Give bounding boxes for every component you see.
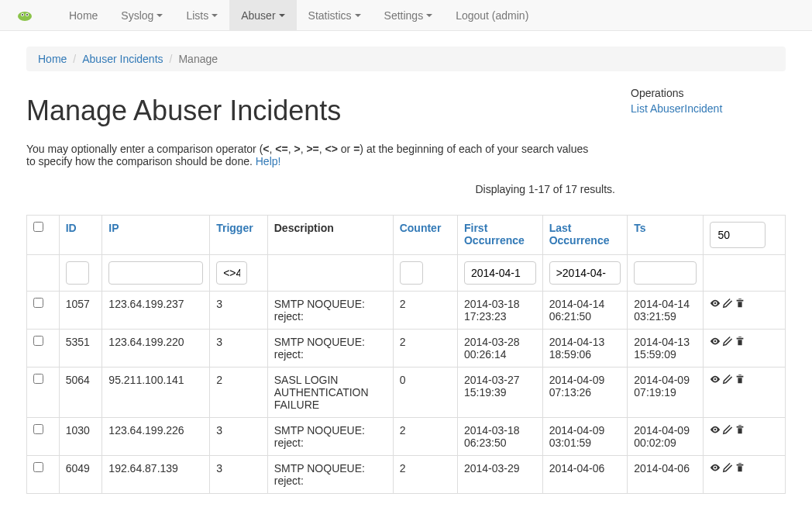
- delete-icon[interactable]: [735, 336, 745, 349]
- col-ts[interactable]: Ts: [634, 222, 645, 234]
- edit-icon[interactable]: [722, 336, 733, 349]
- edit-icon[interactable]: [722, 298, 733, 311]
- edit-icon[interactable]: [722, 374, 733, 387]
- view-icon[interactable]: [710, 462, 721, 475]
- breadcrumb-link[interactable]: Abuser Incidents: [82, 53, 163, 65]
- page-size-input[interactable]: [710, 222, 766, 248]
- navbar-nav: HomeSyslog Lists Abuser Statistics Setti…: [57, 0, 540, 30]
- row-checkbox[interactable]: [33, 424, 43, 434]
- cell-id: 5064: [59, 368, 102, 418]
- delete-icon[interactable]: [735, 298, 745, 311]
- col-last[interactable]: Last Occurrence: [549, 222, 610, 247]
- header-row: ID IP Trigger Description Counter First …: [27, 216, 786, 255]
- col-first[interactable]: First Occurrence: [464, 222, 525, 247]
- cell-first: 2014-03-18 06:23:50: [457, 418, 542, 456]
- help-link[interactable]: Help!: [256, 155, 281, 167]
- col-counter[interactable]: Counter: [400, 222, 442, 234]
- table-row: 6049192.64.87.1393SMTP NOQUEUE: reject:2…: [27, 456, 786, 494]
- view-icon[interactable]: [710, 336, 721, 349]
- row-checkbox[interactable]: [33, 336, 43, 346]
- filter-ts[interactable]: [634, 261, 696, 285]
- cell-last: 2014-04-06: [542, 456, 628, 494]
- cell-id: 1030: [59, 418, 102, 456]
- breadcrumb-link[interactable]: Home: [38, 53, 67, 65]
- chevron-down-icon: [157, 14, 163, 17]
- nav-abuser[interactable]: Abuser: [229, 0, 296, 31]
- breadcrumb-current: Manage: [163, 53, 218, 65]
- cell-ts: 2014-04-13 15:59:09: [628, 330, 703, 368]
- cell-first: 2014-03-29: [457, 456, 542, 494]
- cell-trigger: 3: [210, 418, 268, 456]
- cell-last: 2014-04-09 07:13:26: [542, 368, 628, 418]
- col-trigger[interactable]: Trigger: [216, 222, 253, 234]
- nav-logout-admin-[interactable]: Logout (admin): [444, 0, 540, 31]
- col-id[interactable]: ID: [66, 222, 77, 234]
- delete-icon[interactable]: [735, 424, 745, 437]
- filter-row: [27, 255, 786, 292]
- svg-point-8: [714, 429, 716, 431]
- delete-icon[interactable]: [735, 374, 745, 387]
- cell-ts: 2014-04-14 03:21:59: [628, 292, 703, 330]
- intro-text: You may optionally enter a comparison op…: [26, 143, 600, 167]
- cell-counter: 0: [393, 368, 457, 418]
- view-icon[interactable]: [710, 298, 721, 311]
- row-checkbox[interactable]: [33, 462, 43, 472]
- delete-icon[interactable]: [735, 462, 745, 475]
- table-row: 1030123.64.199.2263SMTP NOQUEUE: reject:…: [27, 418, 786, 456]
- svg-point-7: [714, 378, 716, 381]
- operations-heading: Operations: [631, 87, 786, 99]
- chevron-down-icon: [212, 14, 218, 17]
- edit-icon[interactable]: [722, 424, 733, 437]
- cell-id: 1057: [59, 292, 102, 330]
- filter-ip[interactable]: [108, 261, 203, 285]
- svg-point-6: [714, 340, 716, 343]
- svg-point-9: [714, 467, 716, 469]
- cell-trigger: 3: [210, 330, 268, 368]
- cell-trigger: 3: [210, 456, 268, 494]
- cell-last: 2014-04-13 18:59:06: [542, 330, 628, 368]
- cell-first: 2014-03-28 00:26:14: [457, 330, 542, 368]
- row-checkbox[interactable]: [33, 298, 43, 308]
- cell-description: SASL LOGIN AUTHENTICATION FAILURE: [267, 368, 393, 418]
- nav-settings[interactable]: Settings: [373, 0, 445, 31]
- cell-first: 2014-03-18 17:23:23: [457, 292, 542, 330]
- view-icon[interactable]: [710, 424, 721, 437]
- filter-trigger[interactable]: [216, 261, 247, 285]
- filter-first[interactable]: [464, 261, 536, 285]
- filter-counter[interactable]: [400, 261, 423, 285]
- edit-icon[interactable]: [722, 462, 733, 475]
- svg-point-3: [22, 14, 23, 16]
- svg-point-4: [26, 14, 28, 16]
- cell-last: 2014-04-14 06:21:50: [542, 292, 628, 330]
- row-checkbox[interactable]: [33, 374, 43, 384]
- table-row: 506495.211.100.1412SASL LOGIN AUTHENTICA…: [27, 368, 786, 418]
- filter-last[interactable]: [549, 261, 621, 285]
- incidents-table: ID IP Trigger Description Counter First …: [26, 215, 786, 494]
- cell-ip: 123.64.199.237: [102, 292, 210, 330]
- cell-description: SMTP NOQUEUE: reject:: [267, 330, 393, 368]
- col-ip[interactable]: IP: [108, 222, 119, 234]
- app-logo[interactable]: [15, 9, 34, 22]
- svg-point-0: [18, 12, 32, 21]
- nav-statistics[interactable]: Statistics: [297, 0, 373, 31]
- cell-ip: 192.64.87.139: [102, 456, 210, 494]
- nav-lists[interactable]: Lists: [174, 0, 229, 31]
- cell-ts: 2014-04-09 07:19:19: [628, 368, 703, 418]
- table-row: 5351123.64.199.2203SMTP NOQUEUE: reject:…: [27, 330, 786, 368]
- cell-first: 2014-03-27 15:19:39: [457, 368, 542, 418]
- chevron-down-icon: [355, 14, 361, 17]
- select-all-checkbox[interactable]: [33, 222, 43, 232]
- cell-trigger: 3: [210, 292, 268, 330]
- results-summary: Displaying 1-17 of 17 results.: [26, 183, 615, 195]
- cell-ip: 123.64.199.226: [102, 418, 210, 456]
- cell-ts: 2014-04-09 00:02:09: [628, 418, 703, 456]
- chevron-down-icon: [279, 14, 285, 17]
- col-description: Description: [267, 216, 393, 255]
- nav-home[interactable]: Home: [57, 0, 109, 31]
- view-icon[interactable]: [710, 374, 721, 387]
- nav-syslog[interactable]: Syslog: [109, 0, 174, 31]
- cell-counter: 2: [393, 330, 457, 368]
- filter-id[interactable]: [66, 261, 89, 285]
- operation-link[interactable]: List AbuserIncident: [631, 102, 722, 115]
- cell-counter: 2: [393, 292, 457, 330]
